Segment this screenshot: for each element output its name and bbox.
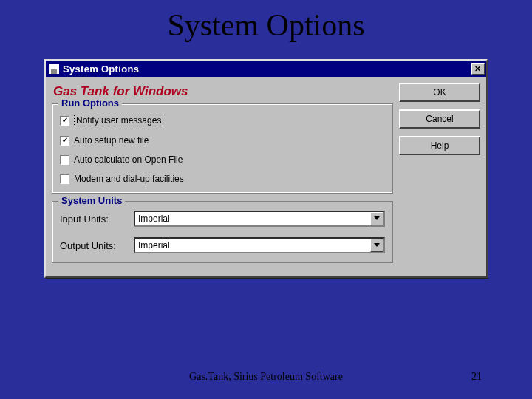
- system-units-group: System Units Input Units: Imperial Outpu…: [52, 201, 393, 263]
- slide-title: System Options: [0, 7, 532, 43]
- dropdown-button[interactable]: [370, 212, 383, 225]
- svg-marker-0: [374, 216, 380, 220]
- dropdown-button[interactable]: [370, 239, 383, 252]
- slide-page-number: 21: [471, 371, 482, 383]
- checkbox-auto-setup-new-file[interactable]: Auto setup new file: [60, 135, 385, 146]
- dropdown-value: Imperial: [138, 214, 170, 224]
- checkbox-icon: [60, 136, 69, 146]
- checkbox-notify-user-messages[interactable]: Notify user messages: [60, 115, 385, 126]
- dropdown-value: Imperial: [138, 240, 170, 250]
- ok-button[interactable]: OK: [399, 83, 480, 102]
- checkbox-label: Auto setup new file: [74, 135, 149, 146]
- system-units-legend: System Units: [58, 195, 125, 206]
- output-units-label: Output Units:: [60, 240, 126, 251]
- checkbox-modem-dialup[interactable]: Modem and dial-up facilities: [60, 174, 385, 184]
- titlebar: System Options ✕: [46, 61, 486, 77]
- checkbox-label: Auto calculate on Open File: [74, 154, 183, 165]
- cancel-button[interactable]: Cancel: [399, 109, 480, 129]
- input-units-dropdown[interactable]: Imperial: [134, 211, 385, 227]
- app-icon: [49, 64, 59, 74]
- close-button[interactable]: ✕: [471, 63, 485, 75]
- checkbox-label: Modem and dial-up facilities: [74, 174, 184, 184]
- input-units-label: Input Units:: [60, 214, 126, 225]
- checkbox-icon: [60, 116, 69, 126]
- svg-marker-1: [374, 243, 380, 247]
- checkbox-auto-calculate-open-file[interactable]: Auto calculate on Open File: [60, 154, 385, 165]
- slide-footer-text: Gas.Tank, Sirius Petroleum Software: [0, 371, 532, 383]
- chevron-down-icon: [374, 243, 380, 248]
- close-icon: ✕: [474, 65, 481, 73]
- window-title: System Options: [63, 64, 471, 75]
- checkbox-icon: [60, 155, 69, 165]
- run-options-legend: Run Options: [58, 98, 122, 109]
- output-units-dropdown[interactable]: Imperial: [134, 237, 385, 253]
- chevron-down-icon: [374, 216, 380, 221]
- checkbox-label: Notify user messages: [74, 115, 163, 126]
- system-options-dialog: System Options ✕ Gas Tank for Windows Ru…: [44, 59, 488, 278]
- checkbox-icon: [60, 174, 69, 184]
- help-button[interactable]: Help: [399, 136, 480, 155]
- run-options-group: Run Options Notify user messages Auto se…: [52, 103, 393, 194]
